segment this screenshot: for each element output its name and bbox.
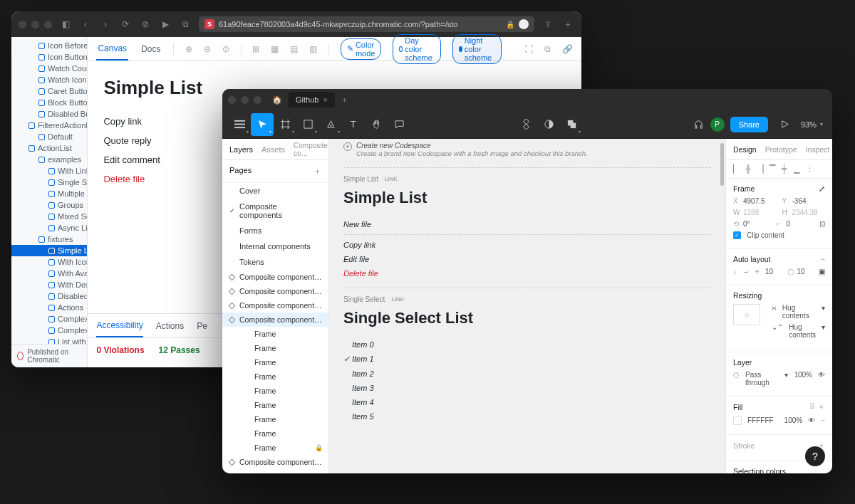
layer-item[interactable]: Composite components/ActionM… <box>222 455 328 469</box>
share-button[interactable]: Share <box>730 117 768 132</box>
sidebar-item[interactable]: ActionList <box>11 142 87 154</box>
comment-tool-icon[interactable] <box>388 113 410 136</box>
close-icon[interactable]: × <box>323 95 327 104</box>
forward-icon[interactable]: › <box>99 19 112 29</box>
outline-icon[interactable]: ▤ <box>290 44 298 54</box>
layers-tab[interactable]: Layers <box>229 145 253 154</box>
zoom-in-icon[interactable]: ⊕ <box>185 44 192 54</box>
new-tab-icon[interactable]: ＋ <box>561 19 574 31</box>
pen-tool-icon[interactable]: ▾ <box>319 113 342 136</box>
actions-tab[interactable]: Actions <box>156 314 184 337</box>
text-tool-icon[interactable]: T <box>342 113 365 136</box>
page-item[interactable]: Internal components <box>222 238 328 254</box>
zoom-reset-icon[interactable]: ⊙ <box>222 44 229 54</box>
present-icon[interactable] <box>774 113 797 136</box>
open-icon[interactable]: ⧉ <box>544 44 551 54</box>
a11y-tab[interactable]: Accessibility <box>96 314 142 337</box>
menu-icon[interactable]: ▾ <box>228 113 251 136</box>
page-item[interactable]: Forms <box>222 223 328 238</box>
back-icon[interactable]: ‹ <box>79 19 92 29</box>
move-tool-icon[interactable]: ▾ <box>251 113 274 136</box>
new-tab-icon[interactable]: ＋ <box>341 95 348 105</box>
sidebar-item[interactable]: Disabled Button <box>11 108 87 120</box>
tabs-icon[interactable]: ⧉ <box>179 19 192 29</box>
fill-swatch[interactable] <box>733 416 742 425</box>
sidebar-item[interactable]: fixtures <box>11 233 87 245</box>
frame-tool-icon[interactable]: ▾ <box>274 113 296 136</box>
layer-item[interactable]: Frame <box>222 398 328 412</box>
list-item[interactable]: Item 0 <box>343 337 711 352</box>
sidebar-item[interactable]: FilteredActionList <box>11 120 87 131</box>
resize-diagram[interactable]: ◇ <box>733 304 760 325</box>
zoom-level[interactable]: 93% <box>801 120 817 129</box>
page-dropdown[interactable]: Composite co… <box>294 142 328 157</box>
sidebar-item[interactable]: Disabled Items <box>11 290 87 302</box>
night-scheme-button[interactable]: Night color scheme <box>452 34 502 64</box>
vresize-value[interactable]: Hug contents <box>789 323 816 339</box>
pages-header[interactable]: Pages＋ <box>222 160 328 183</box>
design-tab[interactable]: Design <box>733 145 757 154</box>
list-item[interactable]: Item 5 <box>343 409 711 424</box>
sidebar-item[interactable]: Mixed Selection <box>11 211 87 222</box>
radius-value[interactable]: 0 <box>787 220 791 228</box>
w-value[interactable]: 1288 <box>743 209 759 216</box>
blend-mode[interactable]: Pass through <box>745 371 779 387</box>
layer-item[interactable]: Composite components/AvatarSt… <box>222 298 328 313</box>
viewport-icon[interactable]: ▥ <box>309 44 317 54</box>
component-icon[interactable] <box>514 113 537 136</box>
layer-item[interactable]: Frame <box>222 412 328 426</box>
hresize-value[interactable]: Hug contents <box>782 304 816 320</box>
stop-icon[interactable]: ⊘ <box>139 19 152 29</box>
traffic-lights[interactable] <box>228 96 261 104</box>
sidebar-item[interactable]: Icon Button <box>11 51 87 63</box>
x-value[interactable]: 4907.5 <box>743 197 765 205</box>
passes-count[interactable]: 12 Passes <box>159 345 200 355</box>
align-controls[interactable]: ▏╫▕ ▔╪▁ ⋮ <box>726 160 832 179</box>
prototype-tab[interactable]: Prototype <box>765 145 797 154</box>
docs-tab[interactable]: Docs <box>140 37 162 61</box>
layer-item[interactable]: Frame <box>222 384 328 398</box>
day-scheme-button[interactable]: Day color scheme <box>393 34 441 64</box>
list-item[interactable]: Item 3 <box>343 381 711 395</box>
zoom-chevron-icon[interactable]: ▾ <box>817 113 826 136</box>
layer-item[interactable]: Frame🔒 <box>222 441 328 455</box>
sidebar-item[interactable]: Single Selection <box>11 177 87 188</box>
sidebar-item[interactable]: Actions <box>11 302 87 313</box>
color-mode-button[interactable]: ✎ Color mode <box>341 38 382 60</box>
sidebar-item[interactable]: Watch Icon Button <box>11 74 87 85</box>
layer-item[interactable]: Frame <box>222 341 328 355</box>
sidebar-item[interactable]: Icon Before Button <box>11 40 87 51</box>
independent-corners-icon[interactable]: ⊡ <box>819 220 825 228</box>
layer-item[interactable]: Frame <box>222 355 328 369</box>
shape-tool-icon[interactable]: ▾ <box>296 113 319 136</box>
list-item[interactable]: Edit file <box>343 252 711 266</box>
fullscreen-icon[interactable]: ⛶ <box>524 44 533 54</box>
padding-value[interactable]: 10 <box>797 268 805 275</box>
page-item[interactable]: ✓Composite components <box>222 199 328 223</box>
layer-item[interactable]: Composite components/ActionM… <box>222 313 328 327</box>
sidebar-item[interactable]: With Links <box>11 165 87 177</box>
boolean-icon[interactable]: ▾ <box>560 113 583 136</box>
sidebar-icon[interactable]: ◧ <box>59 19 72 29</box>
add-fill-icon[interactable]: ＋ <box>817 402 825 411</box>
y-value[interactable]: -364 <box>792 197 807 205</box>
layer-item[interactable]: Composite components/Dropdow… <box>222 284 328 298</box>
hand-tool-icon[interactable] <box>365 113 388 136</box>
sidebar-item[interactable]: Complex List — Inset Variant <box>11 313 87 325</box>
h-value[interactable]: 2344.38 <box>792 209 818 216</box>
layer-item[interactable]: Frame <box>222 369 328 384</box>
remove-fill-icon[interactable]: − <box>821 416 825 425</box>
layer-opacity[interactable]: 100% <box>794 371 812 387</box>
visibility-icon[interactable]: 👁 <box>818 371 825 387</box>
clip-checkbox[interactable]: ✓ <box>733 231 741 239</box>
home-icon[interactable]: 🏠 <box>269 95 286 105</box>
chromatic-footer[interactable]: Published on Chromatic <box>11 344 87 367</box>
assets-tab[interactable]: Assets <box>261 145 285 154</box>
sidebar-item[interactable]: Block Button <box>11 97 87 108</box>
fill-hex[interactable]: FFFFFF <box>747 416 774 425</box>
layer-item[interactable]: Composite components/SelectPa… <box>222 270 328 284</box>
direction-right-icon[interactable]: → <box>742 268 750 275</box>
sidebar-item[interactable]: Multiple Selection <box>11 188 87 199</box>
play-icon[interactable]: ▶ <box>159 19 172 29</box>
fill-opacity[interactable]: 100% <box>784 416 803 425</box>
